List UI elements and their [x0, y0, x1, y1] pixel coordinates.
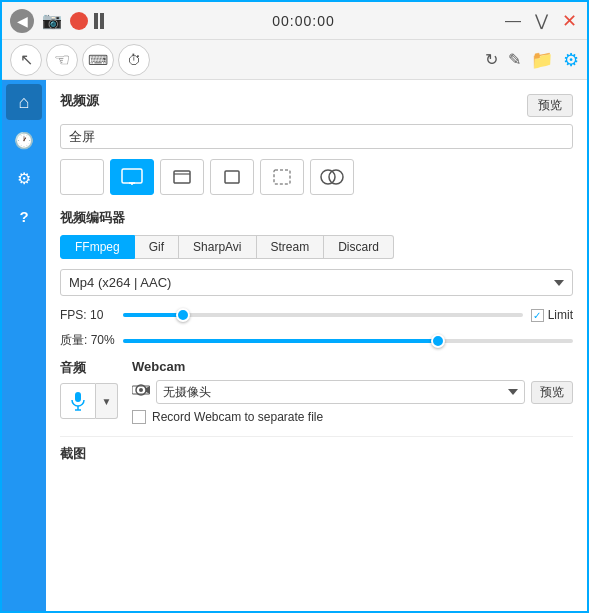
quality-slider-track[interactable]: [123, 339, 573, 343]
svg-point-9: [321, 170, 335, 184]
toolbar: ↖ ☜ ⌨ ⏱ ↻ ✎ 📁 ⚙: [2, 40, 587, 80]
webcam-record-label: Record Webcam to separate file: [152, 410, 323, 424]
toolbar-right: ↻ ✎ 📁 ⚙: [485, 49, 579, 71]
cursor-tool[interactable]: ↖: [10, 44, 42, 76]
record-button[interactable]: [70, 12, 88, 30]
title-bar-left: ◀ 📷: [10, 9, 104, 33]
audio-mic-button[interactable]: [60, 383, 96, 419]
webcam-title: Webcam: [132, 359, 573, 374]
camera-icon: 📷: [42, 11, 62, 30]
format-select[interactable]: Mp4 (x264 | AAC) Avi (XviD | MP3) Mkv (H…: [60, 269, 573, 296]
webcam-record-checkbox[interactable]: [132, 410, 146, 424]
fps-slider-thumb[interactable]: [176, 308, 190, 322]
gear-icon[interactable]: ⚙: [563, 49, 579, 71]
audio-btn-row: ▼: [60, 383, 118, 419]
quality-slider-thumb[interactable]: [431, 334, 445, 348]
encoder-tabs: FFmpeg Gif SharpAvi Stream Discard: [60, 235, 573, 259]
svg-rect-8: [274, 170, 290, 184]
source-camera-btn[interactable]: [60, 159, 104, 195]
sidebar: ⌂ 🕐 ⚙ ?: [2, 80, 46, 611]
tab-gif[interactable]: Gif: [135, 235, 179, 259]
source-input[interactable]: [60, 124, 573, 149]
svg-point-15: [139, 388, 143, 392]
timer-tool[interactable]: ⏱: [118, 44, 150, 76]
video-source-title: 视频源: [60, 92, 99, 110]
source-selection-btn[interactable]: [260, 159, 304, 195]
audio-webcam-row: 音频 ▼ Webcam: [60, 359, 573, 424]
tab-stream[interactable]: Stream: [257, 235, 325, 259]
webcam-record-row: Record Webcam to separate file: [132, 410, 573, 424]
source-window-btn[interactable]: [160, 159, 204, 195]
title-bar: ◀ 📷 00:00:00 — ⋁ ✕: [2, 2, 587, 40]
keyboard-tool[interactable]: ⌨: [82, 44, 114, 76]
fps-limit-row: ✓ Limit: [531, 308, 573, 322]
webcam-select[interactable]: 无摄像头: [156, 380, 525, 404]
webcam-preview-button[interactable]: 预览: [531, 381, 573, 404]
pen-icon[interactable]: ✎: [508, 50, 521, 69]
refresh-icon[interactable]: ↻: [485, 50, 498, 69]
source-mask-btn[interactable]: [310, 159, 354, 195]
svg-rect-7: [225, 171, 239, 183]
sidebar-item-help[interactable]: ?: [6, 198, 42, 234]
audio-dropdown-button[interactable]: ▼: [96, 383, 118, 419]
source-monitor-btn[interactable]: [110, 159, 154, 195]
sidebar-item-settings[interactable]: ⚙: [6, 160, 42, 196]
tab-sharpavi[interactable]: SharpAvi: [179, 235, 256, 259]
screenshot-title: 截图: [60, 445, 573, 463]
tab-ffmpeg[interactable]: FFmpeg: [60, 235, 135, 259]
app-window: ◀ 📷 00:00:00 — ⋁ ✕ ↖ ☜ ⌨ ⏱ ↻ ✎ 📁 ⚙: [0, 0, 589, 613]
webcam-camera-icon: [132, 382, 150, 402]
back-button[interactable]: ◀: [10, 9, 34, 33]
source-region-btn[interactable]: [210, 159, 254, 195]
svg-marker-1: [87, 172, 92, 182]
fps-limit-label: Limit: [548, 308, 573, 322]
fps-slider-track[interactable]: [123, 313, 523, 317]
main-layout: ⌂ 🕐 ⚙ ? 视频源 预览: [2, 80, 587, 611]
content-area: 视频源 预览: [46, 80, 587, 611]
webcam-section: Webcam 无摄像头 预: [132, 359, 573, 424]
svg-rect-5: [174, 171, 190, 183]
quality-label: 质量: 70%: [60, 332, 115, 349]
tab-discard[interactable]: Discard: [324, 235, 394, 259]
audio-title: 音频: [60, 359, 118, 377]
sidebar-item-home[interactable]: ⌂: [6, 84, 42, 120]
title-bar-right: — ⋁ ✕: [503, 11, 579, 31]
timer-display: 00:00:00: [104, 13, 503, 29]
fps-label: FPS: 10: [60, 308, 115, 322]
video-encoder-title: 视频编码器: [60, 209, 573, 227]
quality-slider-fill: [123, 339, 438, 343]
svg-rect-0: [73, 172, 87, 182]
svg-marker-17: [146, 386, 150, 394]
fps-limit-checkbox[interactable]: ✓: [531, 309, 544, 322]
close-button[interactable]: ✕: [559, 11, 579, 31]
source-preview-button[interactable]: 预览: [527, 94, 573, 117]
maximize-button[interactable]: ⋁: [531, 11, 551, 31]
fps-slider-row: FPS: 10 ✓ Limit: [60, 308, 573, 322]
video-source-header: 视频源 预览: [60, 92, 573, 118]
audio-section: 音频 ▼: [60, 359, 118, 419]
svg-rect-11: [75, 392, 81, 402]
sidebar-item-schedule[interactable]: 🕐: [6, 122, 42, 158]
hand-tool[interactable]: ☜: [46, 44, 78, 76]
minimize-button[interactable]: —: [503, 11, 523, 31]
svg-point-10: [329, 170, 343, 184]
webcam-device-row: 无摄像头 预览: [132, 380, 573, 404]
folder-icon[interactable]: 📁: [531, 49, 553, 71]
source-type-icons: [60, 159, 573, 195]
pause-button[interactable]: [94, 11, 104, 31]
camera-button[interactable]: 📷: [40, 9, 64, 33]
fps-slider-fill: [123, 313, 183, 317]
svg-rect-2: [122, 169, 142, 183]
screenshot-section: 截图: [60, 436, 573, 463]
quality-slider-row: 质量: 70%: [60, 332, 573, 349]
